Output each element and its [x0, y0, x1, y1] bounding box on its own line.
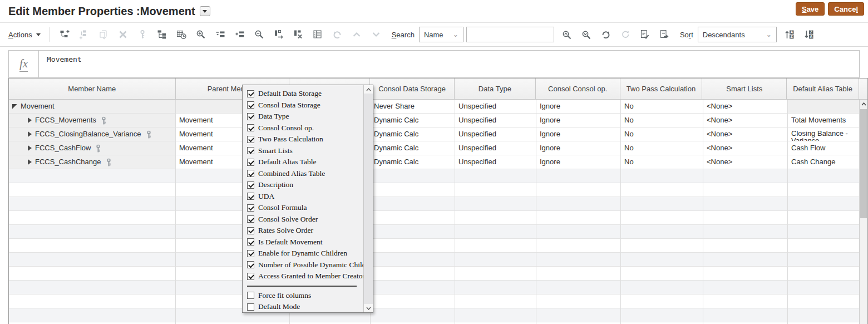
- expand-twisty-icon[interactable]: [28, 117, 32, 123]
- empty-cell[interactable]: [536, 169, 621, 183]
- empty-cell[interactable]: [455, 197, 536, 211]
- cell-two_pass[interactable]: No: [621, 127, 703, 141]
- checkbox-checked-icon[interactable]: [247, 238, 254, 246]
- empty-cell[interactable]: [703, 281, 788, 294]
- empty-cell[interactable]: [788, 211, 860, 225]
- empty-cell[interactable]: [9, 239, 176, 253]
- empty-cell[interactable]: [703, 211, 788, 225]
- column-menu-item[interactable]: Access Granted to Member Creator: [247, 271, 363, 282]
- empty-cell[interactable]: [9, 253, 176, 267]
- empty-cell[interactable]: [621, 294, 703, 308]
- save-button[interactable]: Save: [796, 2, 825, 16]
- cell-consol_op[interactable]: Ignore: [536, 155, 621, 169]
- column-menu-item[interactable]: Data Type: [247, 111, 363, 122]
- empty-cell[interactable]: [455, 294, 536, 308]
- column-menu-item[interactable]: Default Data Storage: [247, 88, 363, 100]
- remove-column-icon[interactable]: [291, 27, 306, 42]
- cell-smart_lists[interactable]: <None>: [703, 141, 788, 155]
- empty-cell[interactable]: [621, 197, 703, 211]
- column-menu-item[interactable]: Enable for Dynamic Children: [247, 248, 363, 259]
- checkbox-checked-icon[interactable]: [247, 90, 254, 97]
- empty-cell[interactable]: [371, 308, 455, 322]
- freeze-columns-icon[interactable]: [310, 27, 326, 42]
- empty-cell[interactable]: [703, 267, 788, 281]
- cell-data_type[interactable]: Unspecified: [455, 100, 536, 114]
- checkbox-checked-icon[interactable]: [247, 227, 254, 234]
- empty-cell[interactable]: [536, 294, 621, 308]
- empty-cell[interactable]: [788, 308, 860, 322]
- empty-cell[interactable]: [536, 267, 621, 281]
- column-menu-item[interactable]: UDA: [247, 191, 363, 203]
- empty-cell[interactable]: [371, 169, 455, 183]
- expand-members-icon[interactable]: [213, 27, 228, 42]
- cell-consol_op[interactable]: Ignore: [536, 100, 621, 114]
- empty-cell[interactable]: [455, 183, 536, 197]
- column-header-member[interactable]: Member Name: [9, 78, 176, 99]
- checkbox-checked-icon[interactable]: [247, 159, 254, 166]
- empty-cell[interactable]: [455, 211, 536, 225]
- cell-consol_data_storage[interactable]: Never Share: [371, 100, 455, 114]
- empty-cell[interactable]: [621, 239, 703, 253]
- actions-menu[interactable]: Actions: [8, 31, 41, 39]
- cell-default_alias[interactable]: [788, 100, 860, 114]
- member-name-cell[interactable]: FCCS_CashFlow: [9, 141, 176, 155]
- empty-cell[interactable]: [536, 253, 621, 267]
- collapse-twisty-icon[interactable]: [12, 104, 17, 109]
- column-header-consol_data_storage[interactable]: Consol Data Storage: [370, 78, 455, 99]
- cell-consol_op[interactable]: Ignore: [536, 127, 621, 141]
- column-menu-item[interactable]: Consol Formula: [247, 202, 363, 214]
- checkbox-checked-icon[interactable]: [247, 250, 254, 257]
- empty-cell[interactable]: [9, 281, 176, 294]
- empty-cell[interactable]: [455, 169, 536, 183]
- cell-consol_op[interactable]: Ignore: [536, 114, 621, 127]
- empty-cell[interactable]: [621, 253, 703, 267]
- empty-cell[interactable]: [455, 267, 536, 281]
- scrollbar-thumb[interactable]: [860, 109, 867, 218]
- cell-smart_lists[interactable]: <None>: [703, 127, 788, 141]
- column-header-data_type[interactable]: Data Type: [455, 78, 536, 99]
- empty-cell[interactable]: [455, 281, 536, 294]
- cell-data_type[interactable]: Unspecified: [455, 127, 536, 141]
- empty-cell[interactable]: [621, 281, 703, 294]
- empty-cell[interactable]: [536, 183, 621, 197]
- empty-cell[interactable]: [371, 225, 455, 239]
- cell-data_type[interactable]: Unspecified: [455, 141, 536, 155]
- cell-default_alias[interactable]: Total Movements: [788, 114, 860, 127]
- empty-cell[interactable]: [788, 183, 860, 197]
- column-menu-item[interactable]: Description: [247, 179, 363, 191]
- checkbox-checked-icon[interactable]: [247, 136, 254, 143]
- vertical-scrollbar[interactable]: [859, 100, 867, 324]
- empty-cell[interactable]: [536, 225, 621, 239]
- empty-cell[interactable]: [703, 308, 788, 322]
- column-menu-item[interactable]: Force fit columns: [247, 290, 363, 302]
- column-menu-item[interactable]: Number of Possible Dynamic Children: [247, 259, 363, 271]
- column-menu-item[interactable]: Is Default Movement: [247, 237, 363, 248]
- cell-consol_op[interactable]: Ignore: [536, 141, 621, 155]
- empty-cell[interactable]: [9, 294, 176, 308]
- empty-cell[interactable]: [703, 294, 788, 308]
- empty-cell[interactable]: [9, 169, 176, 183]
- validate-icon[interactable]: [638, 27, 653, 42]
- column-menu-item[interactable]: Rates Solve Order: [247, 225, 363, 237]
- move-column-icon[interactable]: [272, 27, 287, 42]
- member-name-cell[interactable]: FCCS_ClosingBalance_Variance: [9, 127, 176, 141]
- cell-two_pass[interactable]: No: [621, 100, 703, 114]
- checkbox-checked-icon[interactable]: [247, 147, 254, 154]
- checkbox-checked-icon[interactable]: [247, 204, 254, 212]
- scroll-down-icon[interactable]: [364, 304, 373, 312]
- cell-consol_data_storage[interactable]: Dynamic Calc: [371, 155, 455, 169]
- find-previous-icon[interactable]: [560, 27, 575, 42]
- column-header-default_alias[interactable]: Default Alias Table: [787, 78, 859, 99]
- member-name-cell[interactable]: FCCS_CashChange: [9, 155, 176, 169]
- expand-twisty-icon[interactable]: [28, 145, 32, 151]
- empty-cell[interactable]: [455, 225, 536, 239]
- empty-cell[interactable]: [536, 308, 621, 322]
- cancel-button[interactable]: Cancel: [828, 2, 864, 16]
- empty-cell[interactable]: [371, 294, 455, 308]
- empty-cell[interactable]: [788, 253, 860, 267]
- column-menu-item[interactable]: Consol Data Storage: [247, 100, 363, 111]
- column-header-two_pass[interactable]: Two Pass Calculation: [620, 78, 703, 99]
- empty-cell[interactable]: [621, 169, 703, 183]
- zoom-out-icon[interactable]: [252, 27, 267, 42]
- empty-cell[interactable]: [455, 239, 536, 253]
